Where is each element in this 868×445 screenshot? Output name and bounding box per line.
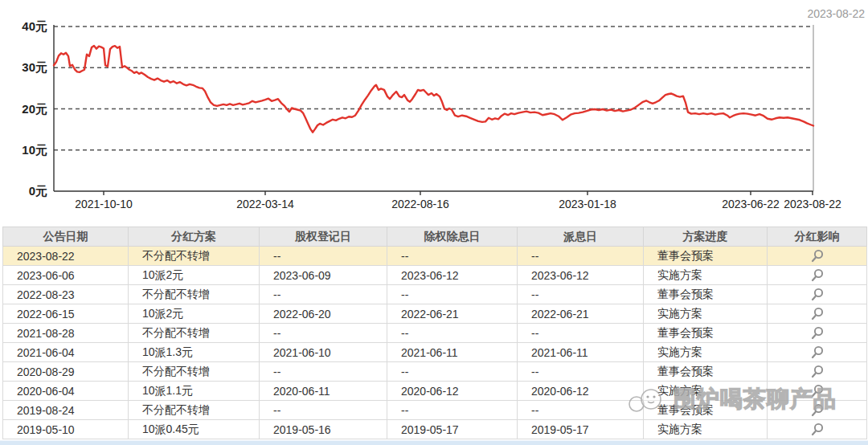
magnifier-icon[interactable] xyxy=(810,307,825,321)
dividend-impact-button[interactable] xyxy=(768,324,867,343)
column-header-5: 派息日 xyxy=(518,227,644,247)
column-header-3: 股权登记日 xyxy=(260,227,387,247)
table-cell: 不分配不转增 xyxy=(129,247,260,266)
magnifier-icon[interactable] xyxy=(810,365,825,379)
table-cell: -- xyxy=(518,401,644,420)
table-cell: 2021-06-10 xyxy=(260,343,387,362)
bottom-panel-edge xyxy=(0,440,868,445)
table-cell: 2020-06-12 xyxy=(387,382,518,401)
magnifier-icon[interactable] xyxy=(810,326,825,341)
table-cell: 2023-06-06 xyxy=(3,266,129,285)
table-cell: 2021-06-11 xyxy=(518,343,644,362)
table-cell: 2023-06-12 xyxy=(387,266,518,285)
magnifier-icon[interactable] xyxy=(810,403,825,418)
table-cell: 2020-06-04 xyxy=(3,382,129,401)
table-cell: 董事会预案 xyxy=(644,285,768,304)
table-cell: -- xyxy=(387,362,518,382)
table-cell: 不分配不转增 xyxy=(129,362,260,382)
table-cell: 董事会预案 xyxy=(644,362,768,382)
table-cell: 2019-08-24 xyxy=(3,401,129,420)
table-row[interactable]: 2022-06-1510派2元2022-06-202022-06-212022-… xyxy=(3,304,867,324)
table-cell: -- xyxy=(260,247,387,266)
magnifier-icon[interactable] xyxy=(810,249,825,263)
magnifier-icon[interactable] xyxy=(810,423,825,437)
x-axis-tick-label: 2023-06-22 xyxy=(722,198,780,210)
table-cell: 实施方案 xyxy=(644,382,768,401)
table-row[interactable]: 2019-05-1010派0.45元2019-05-162019-05-1720… xyxy=(3,420,867,439)
dividend-impact-button[interactable] xyxy=(768,362,867,382)
table-cell: 2023-06-09 xyxy=(260,266,387,285)
dividend-impact-button[interactable] xyxy=(768,401,867,420)
table-cell: -- xyxy=(518,247,644,266)
table-row[interactable]: 2019-08-24不分配不转增------董事会预案 xyxy=(3,401,867,420)
y-axis-tick-label: 40元 xyxy=(22,19,47,33)
y-axis-tick-label: 20元 xyxy=(22,102,47,116)
column-header-2: 分红方案 xyxy=(129,227,260,247)
table-cell: 2022-06-15 xyxy=(3,304,129,324)
table-row[interactable]: 2020-06-0410派1.1元2020-06-112020-06-12202… xyxy=(3,382,867,401)
table-cell: 2023-06-12 xyxy=(518,266,644,285)
table-cell: 10派1.3元 xyxy=(129,343,260,362)
x-axis-tick-label: 2021-10-10 xyxy=(75,198,133,210)
table-row[interactable]: 2023-08-22不分配不转增------董事会预案 xyxy=(3,247,867,266)
table-cell: 2019-05-10 xyxy=(3,420,129,439)
x-axis-tick-label: 2023-08-22 xyxy=(784,198,841,210)
table-cell: 2021-06-11 xyxy=(387,343,518,362)
dividend-impact-button[interactable] xyxy=(768,343,867,362)
table-cell: 董事会预案 xyxy=(644,401,768,420)
table-row[interactable]: 2022-08-23不分配不转增------董事会预案 xyxy=(3,285,867,304)
table-cell: -- xyxy=(518,324,644,343)
dividend-impact-button[interactable] xyxy=(768,247,867,266)
y-axis-tick-label: 0元 xyxy=(29,184,47,198)
table-row[interactable]: 2023-06-0610派2元2023-06-092023-06-122023-… xyxy=(3,266,867,285)
table-cell: -- xyxy=(260,362,387,382)
y-axis-tick-label: 30元 xyxy=(22,60,47,74)
table-cell: -- xyxy=(387,285,518,304)
column-header-6: 方案进度 xyxy=(644,227,768,247)
table-cell: 2022-06-21 xyxy=(387,304,518,324)
dividend-table-header: 公告日期分红方案股权登记日除权除息日派息日方案进度分红影响 xyxy=(3,227,867,247)
table-cell: 2022-08-23 xyxy=(3,285,129,304)
dividend-impact-button[interactable] xyxy=(768,285,867,304)
dividend-impact-button[interactable] xyxy=(768,266,867,285)
dividend-impact-button[interactable] xyxy=(768,420,867,439)
column-header-1: 公告日期 xyxy=(3,227,129,247)
table-cell: 2020-06-11 xyxy=(260,382,387,401)
stock-dividend-page: 2023-08-22 0元10元20元30元40元2021-10-102022-… xyxy=(0,0,868,445)
table-cell: -- xyxy=(518,285,644,304)
table-cell: 2022-06-21 xyxy=(518,304,644,324)
table-cell: -- xyxy=(387,401,518,420)
table-cell: 董事会预案 xyxy=(644,247,768,266)
magnifier-icon[interactable] xyxy=(810,384,825,398)
table-cell: 10派2元 xyxy=(129,266,260,285)
table-cell: 不分配不转增 xyxy=(129,324,260,343)
table-row[interactable]: 2021-08-28不分配不转增------董事会预案 xyxy=(3,324,867,343)
table-cell: -- xyxy=(260,285,387,304)
dividend-impact-button[interactable] xyxy=(768,382,867,401)
magnifier-icon[interactable] xyxy=(810,288,825,302)
y-axis-tick-label: 10元 xyxy=(22,143,47,157)
table-cell: 2019-05-17 xyxy=(387,420,518,439)
table-row[interactable]: 2021-06-0410派1.3元2021-06-102021-06-11202… xyxy=(3,343,867,362)
dividend-impact-button[interactable] xyxy=(768,304,867,324)
price-line-chart: 0元10元20元30元40元2021-10-102022-03-142022-0… xyxy=(0,0,868,225)
table-cell: 实施方案 xyxy=(644,266,768,285)
price-chart-panel: 2023-08-22 0元10元20元30元40元2021-10-102022-… xyxy=(0,0,868,225)
table-cell: 董事会预案 xyxy=(644,324,768,343)
table-cell: -- xyxy=(387,247,518,266)
table-cell: 实施方案 xyxy=(644,343,768,362)
x-axis-tick-label: 2023-01-18 xyxy=(559,198,616,210)
table-cell: 2020-08-29 xyxy=(3,362,129,382)
price-line xyxy=(54,46,813,133)
table-cell: -- xyxy=(518,362,644,382)
dividend-table: 公告日期分红方案股权登记日除权除息日派息日方案进度分红影响 2023-08-22… xyxy=(2,227,867,439)
table-cell: 2023-08-22 xyxy=(3,247,129,266)
table-cell: 2021-08-28 xyxy=(3,324,129,343)
x-axis-tick-label: 2022-08-16 xyxy=(391,198,449,210)
chart-current-date-label: 2023-08-22 xyxy=(807,7,865,20)
magnifier-icon[interactable] xyxy=(810,268,825,283)
table-cell: 10派1.1元 xyxy=(129,382,260,401)
magnifier-icon[interactable] xyxy=(810,345,825,360)
table-cell: 10派2元 xyxy=(129,304,260,324)
table-row[interactable]: 2020-08-29不分配不转增------董事会预案 xyxy=(3,362,867,382)
